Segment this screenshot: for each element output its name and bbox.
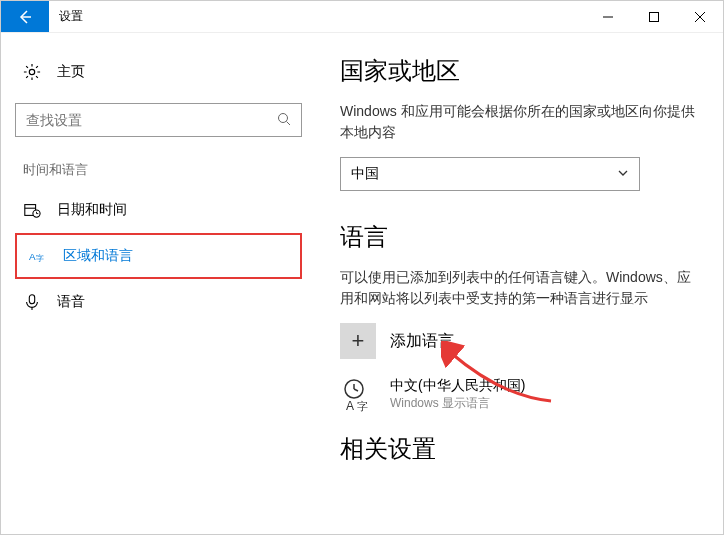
calendar-clock-icon	[23, 201, 41, 219]
back-button[interactable]	[1, 1, 49, 32]
home-nav[interactable]: 主页	[11, 53, 306, 91]
region-heading: 国家或地区	[340, 55, 699, 87]
microphone-icon	[23, 293, 41, 311]
nav-label: 日期和时间	[57, 201, 127, 219]
language-heading: 语言	[340, 221, 699, 253]
region-value: 中国	[351, 165, 379, 183]
svg-point-5	[29, 69, 34, 74]
window-title: 设置	[49, 1, 585, 32]
gear-icon	[23, 63, 41, 81]
search-input[interactable]	[26, 112, 277, 128]
svg-rect-2	[650, 12, 659, 21]
related-heading: 相关设置	[340, 433, 699, 465]
svg-text:A: A	[29, 251, 36, 262]
nav-label: 语音	[57, 293, 85, 311]
nav-region-language[interactable]: A字 区域和语言	[15, 233, 302, 279]
add-language-button[interactable]: + 添加语言	[340, 323, 699, 359]
search-box[interactable]	[15, 103, 302, 137]
svg-rect-15	[29, 295, 34, 304]
add-language-label: 添加语言	[390, 331, 454, 352]
nav-date-time[interactable]: 日期和时间	[11, 189, 306, 231]
svg-text:A: A	[346, 399, 354, 413]
nav-speech[interactable]: 语音	[11, 281, 306, 323]
ime-icon: A字	[340, 377, 376, 413]
nav-label: 区域和语言	[63, 247, 133, 265]
svg-point-6	[279, 113, 288, 122]
language-subtitle: Windows 显示语言	[390, 395, 525, 412]
section-header: 时间和语言	[11, 155, 306, 189]
region-desc: Windows 和应用可能会根据你所在的国家或地区向你提供本地内容	[340, 101, 699, 143]
svg-line-7	[287, 121, 291, 125]
region-dropdown[interactable]: 中国	[340, 157, 640, 191]
maximize-button[interactable]	[631, 1, 677, 32]
search-icon	[277, 112, 291, 129]
language-icon: A字	[29, 247, 47, 265]
language-item[interactable]: A字 中文(中华人民共和国) Windows 显示语言	[340, 377, 699, 413]
language-desc: 可以使用已添加到列表中的任何语言键入。Windows、应用和网站将以列表中受支持…	[340, 267, 699, 309]
close-button[interactable]	[677, 1, 723, 32]
plus-icon: +	[340, 323, 376, 359]
home-label: 主页	[57, 63, 85, 81]
chevron-down-icon	[617, 166, 629, 182]
svg-text:字: 字	[357, 400, 368, 412]
minimize-button[interactable]	[585, 1, 631, 32]
svg-line-19	[354, 389, 358, 391]
sidebar: 主页 时间和语言 日期和时间 A字 区域和语言 语音	[1, 33, 316, 535]
svg-text:字: 字	[36, 254, 44, 263]
main-content: 国家或地区 Windows 和应用可能会根据你所在的国家或地区向你提供本地内容 …	[316, 33, 723, 535]
language-name: 中文(中华人民共和国)	[390, 377, 525, 395]
